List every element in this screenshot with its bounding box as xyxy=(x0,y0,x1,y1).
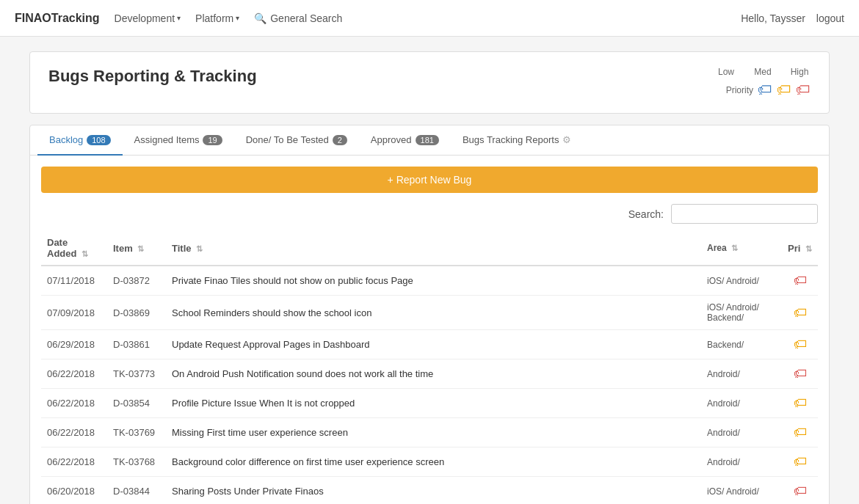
navbar-item-development-label: Development xyxy=(115,12,175,24)
search-input[interactable] xyxy=(671,204,818,224)
table-row[interactable]: 07/11/2018 D-03872 Private Finao Tiles s… xyxy=(41,266,818,296)
main-container: Bugs Reporting & Tracking Low Med High P… xyxy=(15,37,844,504)
cell-date: 06/22/2018 xyxy=(41,418,107,448)
priority-tag-icon: 🏷 xyxy=(794,337,807,352)
navbar-item-platform[interactable]: Platform ▾ xyxy=(195,12,239,24)
col-header-title: Title ⇅ xyxy=(166,231,701,266)
cell-item: D-03872 xyxy=(107,266,166,296)
priority-tag-icon: 🏷 xyxy=(794,454,807,470)
cell-item: D-03861 xyxy=(107,330,166,359)
navbar-right: Hello, Taysser logout xyxy=(741,12,844,24)
priority-tag-icon: 🏷 xyxy=(794,425,807,440)
tab-bugs-reports-label: Bugs Tracking Reports xyxy=(463,134,559,145)
priority-labels: Low Med High xyxy=(715,67,811,77)
tab-backlog[interactable]: Backlog 108 xyxy=(37,125,123,156)
bugs-table: DateAdded ⇅ Item ⇅ Title ⇅ Area ⇅ Pri ⇅ xyxy=(41,231,818,504)
cell-area: Android/ xyxy=(701,418,782,448)
tab-approved[interactable]: Approved 181 xyxy=(359,125,451,156)
priority-high-label: High xyxy=(789,67,811,77)
cell-area: Android/ xyxy=(701,448,782,477)
table-header: DateAdded ⇅ Item ⇅ Title ⇅ Area ⇅ Pri ⇅ xyxy=(41,231,818,266)
cell-area: iOS/ Android/ xyxy=(701,266,782,296)
cell-title: Missing First time user experience scree… xyxy=(166,418,701,448)
tab-done-label: Done/ To Be Tested xyxy=(246,134,329,145)
tab-assigned-badge: 19 xyxy=(203,135,222,145)
cell-item: D-03844 xyxy=(107,477,166,505)
table-row[interactable]: 06/22/2018 D-03854 Profile Picture Issue… xyxy=(41,389,818,418)
table-row[interactable]: 06/22/2018 TK-03769 Missing First time u… xyxy=(41,418,818,448)
cell-date: 07/09/2018 xyxy=(41,296,107,330)
tab-approved-badge: 181 xyxy=(416,135,439,145)
search-icon: 🔍 xyxy=(254,12,267,24)
cell-item: TK-03773 xyxy=(107,359,166,389)
priority-low-label: Low xyxy=(715,67,737,77)
cell-priority: 🏷 xyxy=(782,389,818,418)
priority-tag-icon: 🏷 xyxy=(794,305,807,321)
cell-title: School Reminders should show the school … xyxy=(166,296,701,330)
sort-icon-area[interactable]: ⇅ xyxy=(731,244,738,252)
table-row[interactable]: 06/22/2018 TK-03773 On Android Push Noti… xyxy=(41,359,818,389)
cell-date: 06/22/2018 xyxy=(41,389,107,418)
table-row[interactable]: 06/20/2018 D-03844 Sharing Posts Under P… xyxy=(41,477,818,505)
priority-high-icon: 🏷 xyxy=(796,81,811,98)
settings-icon: ⚙ xyxy=(562,134,571,145)
priority-icons-row: Priority 🏷 🏷 🏷 xyxy=(726,81,811,98)
cell-title: Profile Picture Issue When It is not cro… xyxy=(166,389,701,418)
cell-date: 07/11/2018 xyxy=(41,266,107,296)
priority-legend: Low Med High Priority 🏷 🏷 🏷 xyxy=(715,67,811,98)
cell-area: Backend/ xyxy=(701,330,782,359)
sort-icon-pri[interactable]: ⇅ xyxy=(805,244,812,253)
cell-priority: 🏷 xyxy=(782,448,818,477)
cell-area: iOS/ Android/ Backend/ xyxy=(701,296,782,330)
tab-bugs-tracking-reports[interactable]: Bugs Tracking Reports ⚙ xyxy=(451,125,584,156)
navbar-item-development[interactable]: Development ▾ xyxy=(115,12,181,24)
tab-content-backlog: + Report New Bug Search: DateAdded ⇅ Ite… xyxy=(30,156,829,504)
priority-med-icon: 🏷 xyxy=(777,81,791,98)
tabs-header: Backlog 108 Assigned Items 19 Done/ To B… xyxy=(30,125,829,156)
user-greeting: Hello, Taysser xyxy=(741,12,805,24)
page-title: Bugs Reporting & Tracking xyxy=(48,67,257,86)
cell-item: TK-03769 xyxy=(107,418,166,448)
cell-date: 06/29/2018 xyxy=(41,330,107,359)
priority-tag-icon: 🏷 xyxy=(794,395,807,411)
col-header-area: Area ⇅ xyxy=(701,231,782,266)
cell-priority: 🏷 xyxy=(782,477,818,505)
sort-icon-item[interactable]: ⇅ xyxy=(137,244,144,253)
tab-done-badge: 2 xyxy=(333,135,347,145)
sort-icon-title[interactable]: ⇅ xyxy=(196,244,203,253)
col-header-item: Item ⇅ xyxy=(107,231,166,266)
cell-item: D-03869 xyxy=(107,296,166,330)
priority-tag-icon: 🏷 xyxy=(794,273,807,288)
navbar: FINAOTracking Development ▾ Platform ▾ 🔍… xyxy=(0,0,859,37)
cell-date: 06/22/2018 xyxy=(41,448,107,477)
cell-item: D-03854 xyxy=(107,389,166,418)
navbar-search[interactable]: 🔍 General Search xyxy=(254,12,342,24)
tab-done-to-be-tested[interactable]: Done/ To Be Tested 2 xyxy=(234,125,359,156)
logout-link[interactable]: logout xyxy=(816,12,844,24)
navbar-brand[interactable]: FINAOTracking xyxy=(15,12,100,25)
priority-med-label: Med xyxy=(752,67,774,77)
col-header-date: DateAdded ⇅ xyxy=(41,231,107,266)
sort-icon-date[interactable]: ⇅ xyxy=(81,249,88,258)
table-header-row: DateAdded ⇅ Item ⇅ Title ⇅ Area ⇅ Pri ⇅ xyxy=(41,231,818,266)
tabs-card: Backlog 108 Assigned Items 19 Done/ To B… xyxy=(29,125,830,504)
search-row: Search: xyxy=(41,204,818,224)
cell-date: 06/22/2018 xyxy=(41,359,107,389)
tab-assigned-items[interactable]: Assigned Items 19 xyxy=(123,125,234,156)
tab-assigned-label: Assigned Items xyxy=(134,134,200,145)
cell-title: Background color difference on first tim… xyxy=(166,448,701,477)
report-new-bug-button[interactable]: + Report New Bug xyxy=(41,167,818,193)
cell-title: Sharing Posts Under Private Finaos xyxy=(166,477,701,505)
table-row[interactable]: 06/22/2018 TK-03768 Background color dif… xyxy=(41,448,818,477)
tab-backlog-badge: 108 xyxy=(87,135,110,145)
priority-low-icon: 🏷 xyxy=(758,81,772,98)
cell-priority: 🏷 xyxy=(782,266,818,296)
table-row[interactable]: 06/29/2018 D-03861 Update Request Approv… xyxy=(41,330,818,359)
cell-area: iOS/ Android/ xyxy=(701,477,782,505)
cell-title: Update Request Approval Pages in Dashboa… xyxy=(166,330,701,359)
cell-priority: 🏷 xyxy=(782,359,818,389)
tab-approved-label: Approved xyxy=(371,134,412,145)
table-row[interactable]: 07/09/2018 D-03869 School Reminders shou… xyxy=(41,296,818,330)
navbar-item-platform-label: Platform xyxy=(195,12,233,24)
chevron-down-icon: ▾ xyxy=(177,14,181,22)
